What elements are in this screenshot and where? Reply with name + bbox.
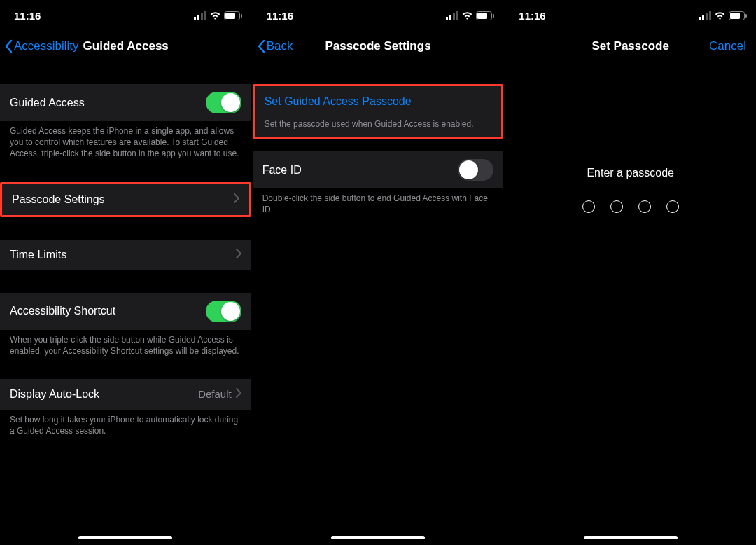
chevron-left-icon bbox=[4, 39, 13, 53]
footer-face-id: Double-click the side button to end Guid… bbox=[253, 188, 504, 215]
toggle-accessibility-shortcut[interactable] bbox=[206, 301, 241, 322]
status-bar: 11:16 bbox=[505, 0, 756, 31]
row-accessibility-shortcut[interactable]: Accessibility Shortcut bbox=[0, 293, 251, 330]
screen-passcode-settings: 11:16 Back Passcode Settings Set Guided … bbox=[253, 0, 505, 545]
row-time-limits[interactable]: Time Limits bbox=[0, 240, 251, 270]
back-button[interactable]: Accessibility bbox=[4, 39, 79, 53]
nav-bar: Accessibility Guided Access bbox=[0, 31, 251, 62]
passcode-dot bbox=[610, 200, 623, 213]
battery-icon bbox=[224, 11, 243, 20]
status-indicators bbox=[194, 11, 243, 20]
svg-rect-7 bbox=[446, 17, 448, 20]
highlight-set-passcode: Set Guided Access Passcode Set the passc… bbox=[253, 84, 504, 139]
svg-rect-1 bbox=[197, 15, 200, 20]
cancel-button[interactable]: Cancel bbox=[709, 39, 752, 53]
svg-rect-2 bbox=[201, 13, 203, 20]
status-bar: 11:16 bbox=[253, 0, 504, 31]
svg-rect-19 bbox=[730, 13, 740, 19]
screen-set-passcode: 11:16 Set Passcode Cancel Enter a passco… bbox=[505, 0, 756, 545]
row-label: Face ID bbox=[262, 164, 458, 177]
status-indicators bbox=[699, 11, 748, 20]
footer-display-autolock: Set how long it takes your iPhone to aut… bbox=[0, 410, 251, 436]
svg-rect-5 bbox=[225, 13, 235, 19]
home-indicator[interactable] bbox=[78, 536, 172, 539]
row-display-autolock[interactable]: Display Auto-Lock Default bbox=[0, 379, 251, 410]
row-label: Time Limits bbox=[10, 249, 236, 261]
home-indicator[interactable] bbox=[331, 536, 425, 539]
home-indicator[interactable] bbox=[584, 536, 678, 539]
svg-rect-0 bbox=[194, 17, 196, 20]
status-indicators bbox=[446, 11, 495, 20]
row-label: Passcode Settings bbox=[12, 193, 234, 206]
passcode-dot bbox=[582, 200, 595, 213]
status-time: 11:16 bbox=[14, 10, 41, 22]
wifi-icon bbox=[461, 11, 473, 20]
passcode-dots bbox=[505, 200, 756, 213]
nav-bar: Back Passcode Settings bbox=[253, 31, 504, 62]
footer-set-passcode: Set the passcode used when Guided Access… bbox=[255, 116, 502, 137]
svg-rect-15 bbox=[702, 15, 704, 20]
status-time: 11:16 bbox=[519, 10, 545, 22]
chevron-right-icon bbox=[234, 193, 239, 206]
highlight-passcode-settings: Passcode Settings bbox=[0, 182, 251, 217]
nav-bar: Set Passcode Cancel bbox=[505, 31, 756, 62]
passcode-dot bbox=[638, 200, 651, 213]
status-bar: 11:16 bbox=[0, 0, 251, 31]
row-passcode-settings[interactable]: Passcode Settings bbox=[2, 184, 249, 215]
back-label: Back bbox=[267, 39, 293, 53]
battery-icon bbox=[476, 11, 495, 20]
footer-guided-access: Guided Access keeps the iPhone in a sing… bbox=[0, 121, 251, 160]
row-label: Guided Access bbox=[10, 97, 206, 109]
row-guided-access[interactable]: Guided Access bbox=[0, 84, 251, 121]
passcode-prompt: Enter a passcode bbox=[505, 167, 756, 179]
screen-guided-access: 11:16 Accessibility Guided Access Guided… bbox=[0, 0, 253, 545]
chevron-right-icon bbox=[236, 388, 241, 401]
svg-rect-8 bbox=[449, 15, 451, 20]
chevron-right-icon bbox=[236, 249, 241, 261]
svg-rect-16 bbox=[706, 13, 708, 20]
svg-rect-14 bbox=[699, 17, 701, 20]
svg-rect-10 bbox=[456, 11, 458, 20]
cellular-icon bbox=[194, 11, 206, 20]
status-time: 11:16 bbox=[267, 10, 293, 22]
back-button[interactable]: Back bbox=[257, 39, 293, 53]
svg-rect-3 bbox=[204, 11, 206, 20]
chevron-left-icon bbox=[257, 39, 265, 53]
svg-rect-17 bbox=[709, 11, 711, 20]
back-label: Accessibility bbox=[14, 39, 79, 53]
cellular-icon bbox=[699, 11, 711, 20]
row-label: Display Auto-Lock bbox=[10, 388, 198, 401]
cellular-icon bbox=[446, 11, 458, 20]
svg-rect-20 bbox=[746, 14, 747, 18]
row-face-id[interactable]: Face ID bbox=[253, 151, 504, 188]
wifi-icon bbox=[209, 11, 221, 20]
svg-rect-9 bbox=[453, 13, 455, 20]
svg-rect-12 bbox=[477, 13, 487, 19]
row-label: Set Guided Access Passcode bbox=[265, 95, 492, 108]
row-value: Default bbox=[198, 388, 232, 400]
row-label: Accessibility Shortcut bbox=[10, 305, 206, 317]
svg-rect-13 bbox=[493, 14, 494, 18]
svg-rect-6 bbox=[241, 14, 242, 18]
wifi-icon bbox=[714, 11, 726, 20]
battery-icon bbox=[729, 11, 748, 20]
footer-accessibility-shortcut: When you triple-click the side button wh… bbox=[0, 330, 251, 357]
toggle-face-id[interactable] bbox=[458, 159, 493, 181]
nav-title: Guided Access bbox=[83, 39, 169, 53]
toggle-guided-access[interactable] bbox=[206, 92, 241, 113]
row-set-guided-access-passcode[interactable]: Set Guided Access Passcode bbox=[255, 86, 502, 117]
passcode-dot bbox=[666, 200, 679, 213]
